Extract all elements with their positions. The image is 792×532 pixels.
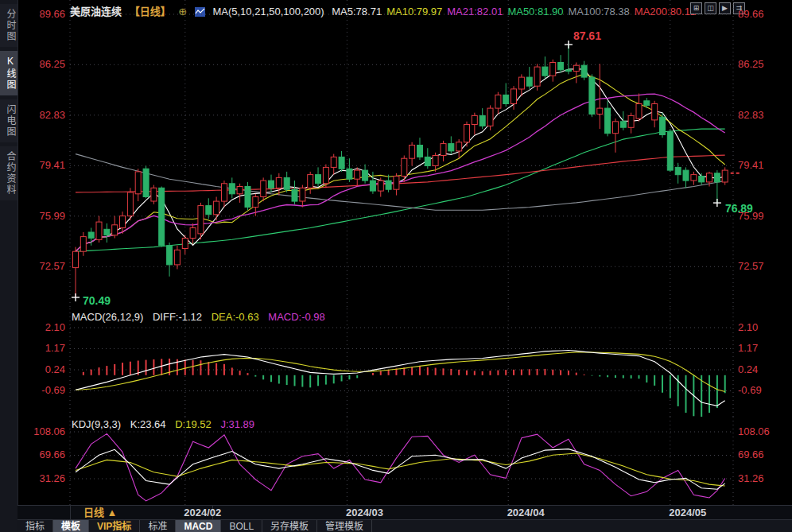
price-axis-label: 0.24 (24, 364, 65, 375)
price-axis-label: 72.57 (24, 261, 65, 272)
date-axis-label: 2024/05 (669, 506, 706, 519)
main-candlestick-chart[interactable]: 87.6170.4976.89 (0, 0, 792, 309)
macd-macd-value: MACD:-0.98 (268, 311, 325, 323)
macd-header: MACD(26,12,9) DIFF:-1.12 DEA:-0.63 MACD:… (72, 311, 332, 323)
date-axis-label: 2024/02 (184, 506, 221, 519)
price-axis-label: 69.66 (24, 449, 65, 460)
bottom-tab-2[interactable]: VIP指标 (89, 520, 140, 532)
bottom-tab-6[interactable]: 另存模板 (262, 520, 317, 532)
bottom-tab-7[interactable]: 管理模板 (317, 520, 372, 532)
price-axis-label: 75.99 (738, 211, 786, 222)
macd-indicator-panel[interactable] (0, 309, 792, 417)
price-axis-label: 0.24 (738, 364, 786, 375)
bottom-tab-4[interactable]: MACD (176, 520, 221, 532)
price-axis-label: 72.57 (738, 261, 786, 272)
date-axis-label: 2024/04 (507, 506, 545, 519)
kdj-j-value: J:31.89 (220, 418, 254, 430)
kdj-header: KDJ(9,3,3) K:23.64 D:19.52 J:31.89 (72, 418, 261, 430)
kdj-d-value: D:19.52 (175, 418, 212, 430)
price-axis-label: 108.06 (24, 426, 65, 437)
bottom-tab-3[interactable]: 标准 (140, 520, 176, 532)
price-axis-label: 31.26 (24, 473, 65, 484)
price-axis-label: 86.25 (24, 59, 65, 70)
date-axis-label: 2024/03 (346, 506, 383, 519)
price-axis-label: 89.66 (24, 9, 65, 20)
price-axis-label: 1.17 (738, 343, 786, 354)
time-axis-row: 日线 ▲ 2024/022024/032024/042024/05 (17, 505, 792, 521)
price-axis-label: 82.83 (738, 110, 786, 121)
price-axis-label: -0.69 (738, 385, 786, 396)
bottom-tab-1[interactable]: 模板 (53, 520, 89, 532)
price-axis-label: 79.41 (24, 160, 65, 171)
bottom-tab-5[interactable]: BOLL (221, 520, 262, 532)
price-axis-label: 75.99 (24, 211, 65, 222)
price-axis-label: -0.69 (24, 385, 65, 396)
price-axis-label: 2.10 (24, 322, 65, 333)
price-axis-label: 108.06 (738, 426, 786, 437)
bottom-tab-0[interactable]: 指标 (17, 520, 53, 532)
macd-diff-value: DIFF:-1.12 (153, 311, 202, 323)
macd-dea-value: DEA:-0.63 (212, 311, 259, 323)
price-axis-label: 82.83 (24, 110, 65, 121)
price-axis-label: 31.26 (738, 473, 786, 484)
price-axis-label: 2.10 (738, 322, 786, 333)
macd-params: MACD(26,12,9) (72, 311, 143, 323)
futures-trading-app: 分时图K线图闪电图合约资料 美原油连续 【日线】 ⊕ MA(5,10,21,50… (0, 0, 792, 532)
svg-text:70.49: 70.49 (83, 294, 111, 307)
price-axis-label: 69.66 (738, 449, 786, 460)
bottom-tab-bar: 指标模板VIP指标标准MACDBOLL另存模板管理模板 (17, 519, 792, 532)
price-axis-label: 89.66 (738, 9, 786, 20)
kdj-params: KDJ(9,3,3) (72, 418, 121, 430)
svg-text:87.61: 87.61 (573, 29, 601, 42)
price-axis-label: 86.25 (738, 59, 786, 70)
kdj-k-value: K:23.64 (130, 418, 166, 430)
price-axis-label: 79.41 (738, 160, 786, 171)
price-axis-label: 1.17 (24, 343, 65, 354)
